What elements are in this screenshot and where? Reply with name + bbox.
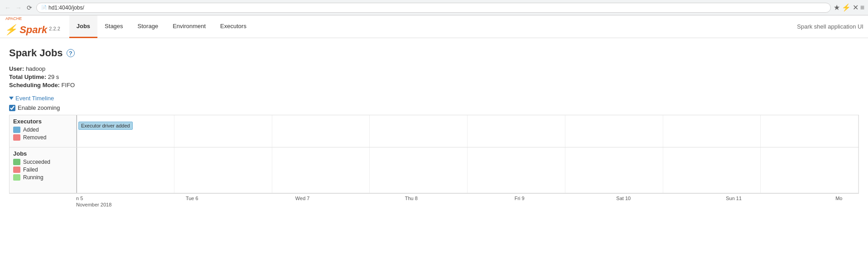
axis-label-3: Thu 8 [405,196,418,201]
executors-legend: Executors Added Removed [10,115,77,147]
close-icon[interactable]: ✕ [853,3,858,12]
axis-label-2: Wed 7 [295,196,310,201]
axis-label-0: n 5 [76,196,83,201]
enable-zoom-checkbox[interactable] [9,105,15,111]
failed-label: Failed [23,167,38,173]
axis-month: November 2018 [76,202,111,206]
bookmark-icon[interactable]: ★ [834,3,840,12]
nav-tabs: Jobs Stages Storage Environment Executor… [69,15,254,38]
axis-label-5: Sat 10 [616,196,631,201]
user-row: User: hadoop [9,65,859,72]
address-bar[interactable]: 📄 hd1:4040/jobs/ [36,3,831,13]
added-color-swatch [13,127,20,133]
legend-failed: Failed [13,167,72,173]
favicon-icon: 📄 [41,5,47,10]
executors-chart: Executor driver added [77,115,858,147]
vertical-line [77,115,77,147]
removed-label: Removed [23,134,46,141]
tab-storage[interactable]: Storage [130,15,166,38]
help-link[interactable]: ? [67,49,75,57]
axis-label-4: Fri 9 [515,196,525,201]
jobs-grid-lines [77,147,858,193]
uptime-value: 29 s [48,74,59,80]
apache-label: APACHE [5,16,22,21]
url-text: hd1:4040/jobs/ [48,5,84,11]
removed-color-swatch [13,134,20,141]
page-title: Spark Jobs ? [9,47,859,59]
settings-icon[interactable]: ≡ [860,3,864,12]
executor-driver-badge: Executor driver added [78,122,133,130]
tab-environment[interactable]: Environment [165,15,213,38]
executors-timeline-section: Executors Added Removed [10,115,858,147]
enable-zoom-label: Enable zooming [18,104,60,111]
timeline-container: Executors Added Removed [9,115,859,193]
added-label: Added [23,127,39,133]
enable-zoom-row: Enable zooming [9,104,859,111]
info-section: User: hadoop Total Uptime: 29 s Scheduli… [9,65,859,88]
jobs-chart [77,147,858,193]
user-value: hadoop [26,65,45,72]
tab-jobs[interactable]: Jobs [69,15,97,38]
reload-button[interactable]: ⟳ [25,4,34,12]
tab-executors[interactable]: Executors [213,15,254,38]
app-info: Spark shell application UI [797,23,863,30]
running-color-swatch [13,174,20,181]
axis-label-6: Sun 11 [726,196,742,201]
legend-removed: Removed [13,134,72,141]
scheduling-row: Scheduling Mode: FIFO [9,82,859,88]
axis-label-7: Mo [835,196,842,201]
tab-stages[interactable]: Stages [97,15,130,38]
event-timeline-label: Event Timeline [15,95,54,102]
axis-label-1: Tue 6 [186,196,198,201]
extensions-icon[interactable]: ⚡ [842,3,851,12]
succeeded-color-swatch [13,159,20,165]
spark-label: ⚡ Spark [5,24,47,35]
succeeded-label: Succeeded [23,159,50,165]
jobs-legend-title: Jobs [13,150,72,157]
browser-chrome: ← → ⟳ 📄 hd1:4040/jobs/ ★ ⚡ ✕ ≡ [0,0,868,15]
browser-actions: ★ ⚡ ✕ ≡ [834,3,864,12]
forward-button[interactable]: → [14,4,23,12]
running-label: Running [23,174,43,181]
uptime-row: Total Uptime: 29 s [9,74,859,80]
timeline-axis: n 5 November 2018 Tue 6 Wed 7 Thu 8 Fri … [9,193,859,197]
jobs-timeline-section: Jobs Succeeded Failed Running [10,147,858,193]
version-label: 2.2.2 [49,26,60,31]
grid-lines [77,115,858,147]
failed-color-swatch [13,167,20,173]
jobs-legend: Jobs Succeeded Failed Running [10,147,77,193]
legend-succeeded: Succeeded [13,159,72,165]
scheduling-value: FIFO [62,82,75,88]
spark-nav: APACHE ⚡ Spark 2.2.2 Jobs Stages Storage… [0,15,868,38]
spark-logo: APACHE ⚡ Spark 2.2.2 [5,17,60,36]
back-button[interactable]: ← [4,4,12,12]
main-content: Spark Jobs ? User: hadoop Total Uptime: … [0,38,868,206]
legend-running: Running [13,174,72,181]
event-timeline-header[interactable]: Event Timeline [9,95,859,102]
executors-legend-title: Executors [13,118,72,125]
collapse-icon [9,97,14,100]
jobs-vertical-line [77,147,77,193]
legend-added: Added [13,127,72,133]
